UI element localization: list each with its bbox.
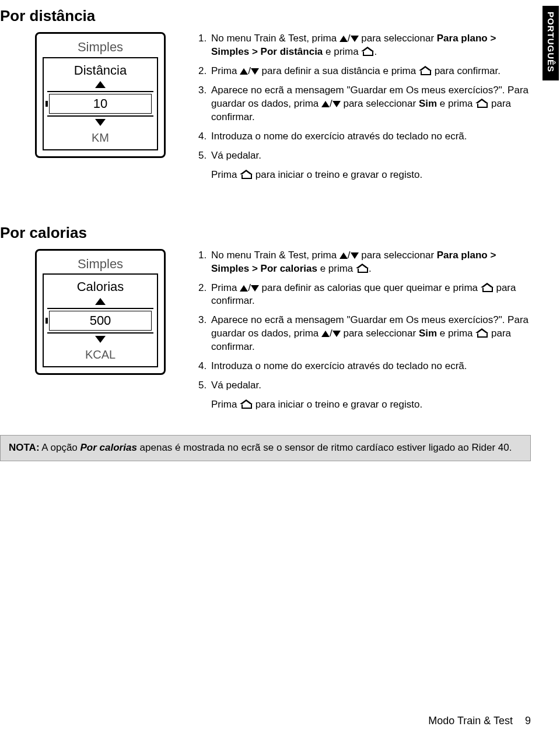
svg-marker-0 (95, 81, 106, 88)
text: Prima (211, 169, 240, 180)
device-top-label: Simples (43, 255, 158, 273)
tick-mark (46, 101, 48, 107)
device-panel: Distância 10 KM (43, 57, 158, 150)
steps-list-calories: No menu Train & Test, prima / para selec… (198, 249, 531, 392)
device-panel-title: Calorias (44, 277, 157, 297)
text: para confirmar. (432, 65, 501, 76)
triangle-up-icon (44, 80, 157, 90)
section-title-calories: Por calorias (0, 223, 531, 243)
text: para definir as calorias que quer queima… (259, 282, 481, 293)
steps-list-distance: No menu Train & Test, prima / para selec… (198, 32, 531, 163)
triangle-up-icon (340, 36, 348, 42)
tick-mark (46, 318, 48, 324)
text: para seleccionar (341, 328, 419, 339)
text: No menu Train & Test, prima (211, 33, 340, 44)
note-text-b: apenas é mostrada no ecrã se o sensor de… (137, 442, 512, 453)
text: para seleccionar (359, 33, 437, 44)
step-5-sub: Prima para iniciar o treino e gravar o r… (198, 398, 531, 412)
step-1: No menu Train & Test, prima / para selec… (198, 32, 531, 59)
step-4: Introduza o nome do exercício através do… (198, 360, 531, 373)
svg-marker-3 (95, 336, 106, 343)
triangle-up-icon (321, 101, 330, 107)
home-icon (240, 401, 253, 409)
device-panel: Calorias 500 KCAL (43, 273, 158, 367)
step-5: Vá pedalar. (198, 149, 531, 163)
text: para iniciar o treino e gravar o registo… (253, 169, 422, 180)
device-value-text: 500 (90, 313, 111, 328)
home-icon (475, 329, 488, 338)
section-calories-row: Simples P Calorias 500 KCAL (0, 249, 531, 417)
section-distance-row: Simples P Distância 10 KM (0, 32, 531, 187)
device-value-text: 10 (93, 96, 107, 111)
step-5: Vá pedalar. (198, 379, 531, 392)
triangle-up-icon (340, 252, 348, 259)
device-screen-calories: Simples P Calorias 500 KCAL (35, 249, 166, 375)
triangle-down-icon (332, 101, 341, 107)
text: Prima (211, 399, 240, 410)
device-column: Simples P Calorias 500 KCAL (0, 249, 175, 375)
svg-marker-1 (95, 119, 106, 126)
home-icon (240, 171, 253, 179)
text: para iniciar o treino e gravar o registo… (253, 399, 422, 410)
triangle-down-icon (351, 252, 359, 259)
step-3: Aparece no ecrã a mensagem "Guardar em O… (198, 84, 531, 124)
triangle-up-icon (240, 68, 248, 75)
home-icon (361, 48, 374, 56)
note-box: NOTA: A opção Por calorias apenas é most… (0, 435, 531, 461)
home-icon (481, 284, 494, 292)
device-value: 500 (49, 311, 152, 331)
device-value: 10 (49, 94, 152, 114)
triangle-up-icon (321, 331, 330, 337)
steps-column: No menu Train & Test, prima / para selec… (198, 32, 531, 187)
step-2: Prima / para definir a sua distância e p… (198, 65, 531, 78)
language-tab: PORTUGUÊS (542, 6, 559, 80)
text: e prima (437, 98, 475, 109)
page-footer: Modo Train & Test 9 (428, 714, 531, 728)
text: e prima (317, 263, 356, 274)
text: para seleccionar (341, 98, 419, 109)
triangle-down-icon (44, 335, 157, 345)
text: No menu Train & Test, prima (211, 250, 340, 261)
text: . (374, 46, 377, 57)
step-1: No menu Train & Test, prima / para selec… (198, 249, 531, 276)
bold-sim: Sim (419, 328, 437, 339)
section-title-distance: Por distância (0, 6, 531, 26)
text: Prima (211, 282, 240, 293)
device-panel-title: Distância (44, 61, 157, 80)
home-icon (356, 265, 369, 273)
triangle-up-icon (44, 297, 157, 307)
step-3: Aparece no ecrã a mensagem "Guardar em O… (198, 314, 531, 354)
footer-section: Modo Train & Test (428, 715, 513, 727)
device-value-frame: 500 (47, 308, 153, 334)
steps-column: No menu Train & Test, prima / para selec… (198, 249, 531, 417)
step-4: Introduza o nome do exercício através do… (198, 130, 531, 143)
home-icon (419, 67, 432, 75)
device-screen-distance: Simples P Distância 10 KM (35, 32, 166, 158)
text: Prima (211, 65, 240, 76)
note-label: NOTA: (9, 442, 40, 453)
bold-sim: Sim (419, 98, 437, 109)
home-icon (475, 100, 488, 108)
device-unit: KCAL (44, 347, 157, 363)
note-italic: Por calorias (80, 442, 137, 453)
triangle-down-icon (44, 118, 157, 128)
triangle-down-icon (332, 331, 341, 337)
note-text-a: A opção (40, 442, 80, 453)
device-top-label: Simples (43, 38, 158, 56)
text: e prima (323, 46, 361, 57)
triangle-down-icon (251, 285, 259, 292)
device-column: Simples P Distância 10 KM (0, 32, 175, 158)
section-calories: Por calorias Simples P Calorias 500 (0, 223, 531, 417)
text: . (369, 263, 372, 274)
triangle-up-icon (240, 285, 248, 292)
triangle-down-icon (251, 68, 259, 75)
step-2: Prima / para definir as calorias que que… (198, 282, 531, 308)
device-value-frame: 10 (47, 91, 153, 117)
text: para definir a sua distância e prima (259, 65, 419, 76)
device-unit: KM (44, 130, 157, 146)
triangle-down-icon (351, 36, 359, 42)
step-5-sub: Prima para iniciar o treino e gravar o r… (198, 169, 531, 182)
svg-marker-2 (95, 298, 106, 305)
text: e prima (437, 328, 475, 339)
footer-page-number: 9 (525, 715, 531, 727)
